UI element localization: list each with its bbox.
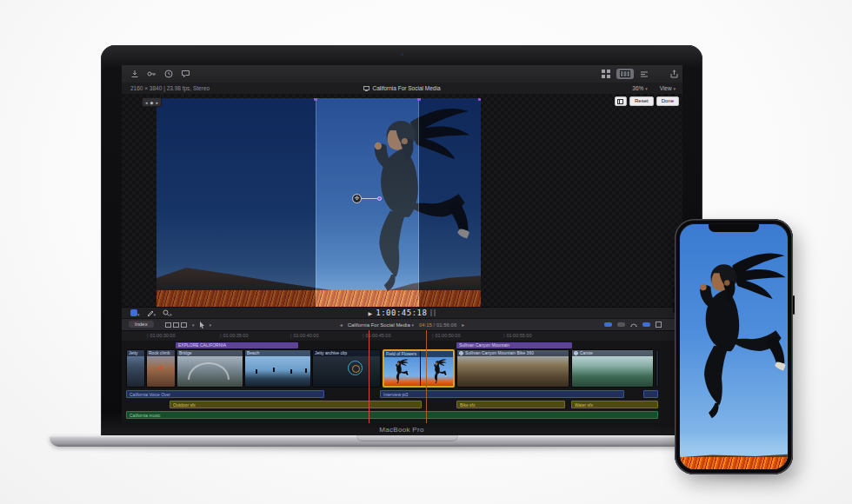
phone-poppy-field: [680, 457, 788, 469]
spherical-360-icon: [574, 351, 578, 355]
import-icon[interactable]: [130, 70, 139, 78]
ferris-wheel: [348, 361, 363, 375]
strip-handle[interactable]: [314, 98, 317, 101]
keying-icon[interactable]: [147, 70, 156, 78]
background-tasks-icon[interactable]: [164, 70, 173, 78]
timeline-clip[interactable]: Canoe: [571, 349, 654, 388]
transform-anchor-dot[interactable]: [377, 196, 382, 201]
clip-frame-divider: [420, 351, 421, 386]
webcam-dot: [401, 53, 403, 56]
timeline-clip[interactable]: Sullivan Canyon Mountain Bike 360: [456, 349, 569, 388]
viewer-view-menu[interactable]: View ▾: [660, 85, 676, 91]
crop-dim-left: [156, 98, 316, 307]
total-duration: 01:56:06: [436, 322, 456, 328]
crop-dim-right: [419, 98, 481, 307]
fcp-window: 2160 × 3840 | 23.98 fps, Stereo Californ…: [122, 65, 682, 423]
audio-clip[interactable]: Interview pt3: [380, 390, 624, 398]
add-keyframe-icon[interactable]: ◆: [150, 100, 154, 105]
timeline-clip-selected[interactable]: Field of Flowers: [383, 349, 455, 388]
climber-figure: [159, 366, 162, 369]
timeline-clip[interactable]: [656, 349, 659, 388]
crop-mode-icon[interactable]: [615, 96, 627, 106]
skimming-toggle-icon[interactable]: [604, 322, 612, 327]
done-button[interactable]: Done: [656, 96, 679, 106]
corner-handle[interactable]: [478, 98, 481, 101]
solo-toggle-icon[interactable]: [630, 322, 637, 328]
iphone-notch: [709, 224, 759, 232]
comment-icon[interactable]: [181, 70, 190, 78]
chapter-marker[interactable]: Sullivan Canyon Mountain: [456, 342, 572, 348]
timeline-toolbar: Index ▾ ▾ ◂ California For Social Media …: [122, 318, 682, 331]
viewer-zoom-menu[interactable]: 36% ▾: [632, 85, 647, 91]
audio-clip[interactable]: [643, 390, 658, 398]
elapsed-time: 04:15: [419, 322, 432, 328]
reset-button[interactable]: Reset: [629, 96, 654, 106]
audio-clip[interactable]: California Voice Over: [126, 390, 324, 398]
strip-handle[interactable]: [417, 98, 421, 101]
timeline-clip[interactable]: Bridge: [176, 349, 243, 388]
share-icon[interactable]: [670, 70, 678, 78]
audio-clip[interactable]: Bike sfx: [456, 401, 565, 408]
keyframe-navigator[interactable]: ◂ ◆ ▸: [142, 97, 162, 107]
timeline-clip[interactable]: Jetty: [126, 349, 145, 388]
play-icon[interactable]: ▶: [369, 310, 373, 316]
playhead[interactable]: [369, 330, 369, 423]
move-handle-icon[interactable]: ✣: [352, 194, 362, 203]
timecode-display: 1:00:45:18: [376, 308, 427, 317]
prev-project-icon[interactable]: ◂: [340, 322, 343, 328]
macbook-lid: 2160 × 3840 | 23.98 fps, Stereo Californ…: [101, 45, 702, 436]
monitor-icon: [363, 86, 369, 91]
chapter-marker[interactable]: EXPLORE CALIFORNIA: [176, 342, 298, 348]
audio-meters-icon[interactable]: [430, 309, 436, 316]
timeline-appearance-icon[interactable]: [656, 322, 662, 328]
timeline-clip[interactable]: Beach: [244, 349, 311, 388]
timeline-clip[interactable]: Jetty archive clip: [312, 349, 381, 388]
next-keyframe-icon[interactable]: ▸: [156, 100, 158, 105]
iphone-screen: [680, 224, 788, 469]
side-button: [793, 295, 795, 315]
bridge-arch: [188, 362, 230, 380]
jumping-person-figure: [680, 250, 788, 434]
timeline-clip[interactable]: Rock climb: [146, 349, 176, 388]
transport-bar: ▾ ▾ ▾ ▶ 1:00:45:18: [122, 307, 682, 319]
browser-grid-icon[interactable]: [602, 70, 610, 78]
viewer-info-bar: 2160 × 3840 | 23.98 fps, Stereo Californ…: [122, 83, 682, 95]
volume-down-button: [673, 302, 675, 313]
skimmer[interactable]: [426, 330, 427, 423]
audio-clip[interactable]: Water sfx: [571, 401, 658, 408]
transform-line: [360, 198, 377, 199]
next-project-icon[interactable]: ▸: [462, 322, 464, 328]
snapping-toggle-icon[interactable]: [642, 322, 650, 327]
spherical-360-icon: [459, 351, 463, 355]
project-title: California For Social Media: [372, 85, 440, 91]
timeline-tracks: EXPLORE CALIFORNIA Sullivan Canyon Mount…: [122, 341, 682, 423]
viewer-canvas: ✣ ◂ ◆ ▸ Reset Done: [122, 94, 682, 307]
lid-notch: [356, 435, 458, 441]
audio-clip[interactable]: Outdoor sfx: [170, 401, 422, 408]
iphone: [675, 219, 793, 474]
volume-up-button: [673, 287, 675, 297]
audio-skimming-toggle-icon[interactable]: [617, 322, 625, 327]
macbook-label: MacBook Pro: [101, 426, 702, 434]
audio-clip[interactable]: California music: [126, 411, 658, 419]
transform-widget[interactable]: ✣: [352, 194, 382, 203]
marketing-scene: 2160 × 3840 | 23.98 fps, Stereo Californ…: [0, 0, 852, 504]
fcp-top-toolbar: [122, 65, 682, 83]
beach-figures: [256, 369, 257, 374]
timeline-project-title[interactable]: California For Social Media ▾: [348, 322, 414, 328]
filmstrip-view-button[interactable]: [616, 69, 634, 79]
thumb-person: [391, 359, 410, 386]
thumb-person: [429, 359, 449, 386]
macbook-base: [50, 435, 754, 447]
prev-keyframe-icon[interactable]: ◂: [145, 100, 148, 105]
timeline-index-icon[interactable]: [640, 70, 649, 78]
viewer-video-frame[interactable]: ✣: [156, 98, 481, 307]
